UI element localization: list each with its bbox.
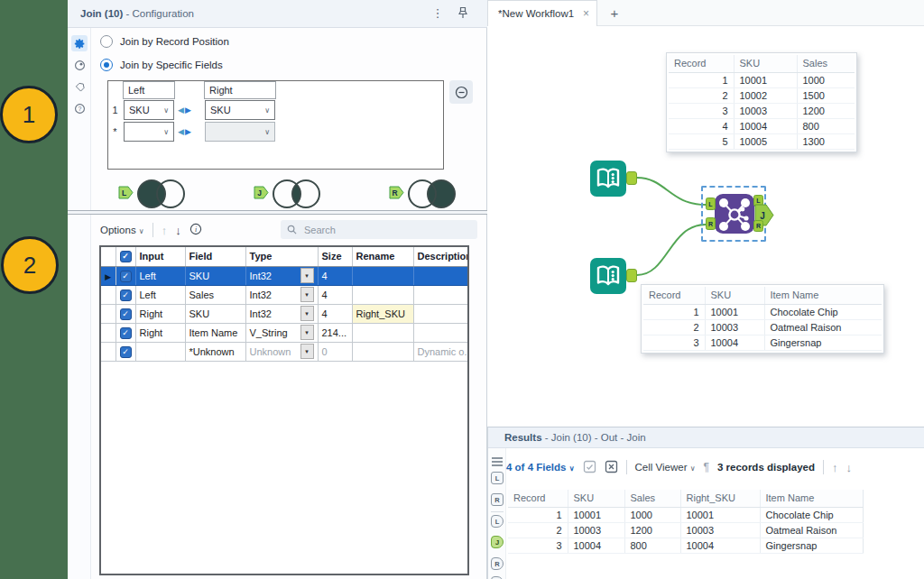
table-header-row: Record SKU Sales xyxy=(669,55,855,72)
col-header-field: Field xyxy=(185,247,245,266)
navigation-tab-icon[interactable] xyxy=(71,57,88,73)
table-row[interactable]: 31000480010004Gingersnap xyxy=(508,538,863,553)
cell-type: Int32 xyxy=(250,290,272,300)
output-anchor[interactable] xyxy=(626,269,637,282)
radio-circle-selected[interactable] xyxy=(100,59,113,71)
radio-join-by-specific-fields[interactable]: Join by Specific Fields xyxy=(100,59,223,71)
revert-data-manipulations-icon[interactable] xyxy=(605,460,618,475)
type-dropdown-button[interactable]: ▾ xyxy=(300,344,314,359)
info-icon[interactable]: i xyxy=(189,223,202,237)
tab-title: *New Workflow1 xyxy=(498,8,574,19)
scroll-down-button[interactable]: ↓ xyxy=(846,461,853,474)
records-displayed-label: 3 records displayed xyxy=(717,462,815,473)
move-down-button[interactable]: ↓ xyxy=(175,224,181,237)
table-row[interactable]: 210003120010003Oatmeal Raison xyxy=(508,522,863,538)
table-row: 410004800 xyxy=(669,118,855,133)
workflow-canvas[interactable]: *New Workflow1 × + Record SKU Sales 1100… xyxy=(487,0,924,427)
join-output-anchor-right[interactable]: R xyxy=(753,220,763,232)
col-header: SKU xyxy=(734,55,797,72)
output-left-anchor-button[interactable]: L xyxy=(491,515,504,528)
swap-fields-button[interactable]: ◀▶ xyxy=(176,121,203,142)
col-header-rename: Rename xyxy=(352,247,413,266)
input-data-tool-top[interactable] xyxy=(590,161,626,200)
select-all-checkbox[interactable]: ✓ xyxy=(120,251,132,262)
overflow-menu-icon[interactable]: ⋮ xyxy=(430,6,445,21)
options-menu-button[interactable]: Options ∨ xyxy=(100,225,144,235)
col-header: SKU xyxy=(705,287,764,304)
move-up-button[interactable]: ↑ xyxy=(162,224,168,237)
fields-selector-button[interactable]: 4 of 4 Fields ∨ xyxy=(506,462,575,473)
whitespace-toggle-icon[interactable]: ¶ xyxy=(704,461,709,473)
output-join-anchor-button-selected[interactable]: J xyxy=(491,536,504,548)
dropdown-arrow-icon: ▾ xyxy=(305,310,309,317)
row-checkbox[interactable]: ✓ xyxy=(120,327,132,339)
join-tool-icon xyxy=(715,194,754,234)
left-field-dropdown-empty[interactable]: ∨ xyxy=(124,122,174,142)
table-row[interactable]: ✓ Right Item Name V_String▾ 214... xyxy=(101,323,467,342)
input-data-tool-bottom[interactable] xyxy=(590,258,626,298)
remove-join-condition-button[interactable] xyxy=(449,80,473,104)
right-field-dropdown[interactable]: SKU∨ xyxy=(205,100,275,120)
pin-icon[interactable] xyxy=(456,6,470,23)
panel-splitter[interactable] xyxy=(68,210,487,215)
help-icon[interactable]: ? xyxy=(71,100,88,116)
results-table: Record SKU Sales Right_SKU Item Name 110… xyxy=(508,490,864,554)
cell-viewer-button[interactable]: Cell Viewer ∨ xyxy=(635,462,696,473)
radio-circle[interactable] xyxy=(100,35,113,48)
type-dropdown-button[interactable]: ▾ xyxy=(300,306,314,321)
dropdown-value: SKU xyxy=(210,105,231,115)
type-dropdown-button[interactable]: ▾ xyxy=(300,325,314,340)
row-checkbox[interactable]: ✓ xyxy=(120,271,132,282)
join-input-anchor-right[interactable]: R xyxy=(706,217,716,230)
add-tab-button[interactable]: + xyxy=(605,3,624,23)
right-input-preview-table: Record SKU Item Name 110001Chocolate Chi… xyxy=(641,284,884,354)
table-row-selected[interactable]: ▶ ✓ Left SKU Int32▾ 4 xyxy=(101,266,467,285)
table-row: 3100031200 xyxy=(669,103,855,118)
search-box[interactable] xyxy=(281,220,477,239)
cell-description xyxy=(413,323,467,342)
table-row[interactable]: ✓ *Unknown Unknown▾ 0 Dynamic o. xyxy=(101,342,467,361)
input-right-anchor-button[interactable]: R xyxy=(491,493,504,506)
radio-label: Join by Record Position xyxy=(120,36,229,47)
table-row[interactable]: 110001100010001Chocolate Chip xyxy=(508,507,863,522)
chevron-down-icon: ∨ xyxy=(163,128,169,136)
cell-input: Left xyxy=(135,266,185,285)
radio-join-by-record-position[interactable]: Join by Record Position xyxy=(100,35,229,48)
results-panel: Results - Join (10) - Out - Join L R L J… xyxy=(487,427,924,579)
cell-field: Sales xyxy=(185,285,245,304)
type-dropdown-button[interactable]: ▾ xyxy=(300,268,314,283)
scroll-up-button[interactable]: ↑ xyxy=(832,461,838,474)
left-field-dropdown[interactable]: SKU∨ xyxy=(124,100,174,120)
search-input[interactable] xyxy=(302,224,456,236)
col-header: Sales xyxy=(797,55,855,72)
output-anchor[interactable] xyxy=(626,171,637,185)
cell-rename xyxy=(352,285,413,304)
row-checkbox[interactable]: ✓ xyxy=(120,346,132,358)
apply-data-manipulations-icon[interactable] xyxy=(583,460,596,475)
col-header: Record xyxy=(669,55,734,72)
alteryx-designer-window: 1 2 Join (10) - Configuration ⋮ ? xyxy=(0,0,924,579)
row-checkbox[interactable]: ✓ xyxy=(120,290,132,301)
badge-number: 1 xyxy=(23,101,35,129)
cell-rename xyxy=(352,342,413,361)
metadata-list-icon[interactable] xyxy=(491,455,504,471)
arrow-right-icon: ▶ xyxy=(185,127,192,136)
join-tool[interactable] xyxy=(715,194,754,234)
input-left-anchor-button[interactable]: L xyxy=(491,472,504,484)
cell-field: Item Name xyxy=(185,323,245,342)
close-tab-icon[interactable]: × xyxy=(583,7,589,20)
row-checkbox[interactable]: ✓ xyxy=(120,308,132,320)
chevron-down-icon: ∨ xyxy=(264,106,270,115)
configuration-tab-gear-icon[interactable] xyxy=(71,35,88,51)
type-dropdown-button[interactable]: ▾ xyxy=(300,287,314,302)
swap-fields-button[interactable]: ◀▶ xyxy=(176,99,203,121)
table-row[interactable]: ✓ Left Sales Int32▾ 4 xyxy=(101,285,467,304)
tab-new-workflow1[interactable]: *New Workflow1 × xyxy=(487,0,597,26)
table-row[interactable]: ✓ Right SKU Int32▾ 4 Right_SKU xyxy=(101,304,467,323)
join-input-anchor-left[interactable]: L xyxy=(706,198,716,210)
cell-size: 214... xyxy=(318,323,352,342)
venn-inner-join: J xyxy=(254,174,331,212)
annotation-tag-icon[interactable] xyxy=(71,78,88,95)
output-right-anchor-button[interactable]: R xyxy=(491,557,504,570)
cell-description xyxy=(413,285,467,304)
